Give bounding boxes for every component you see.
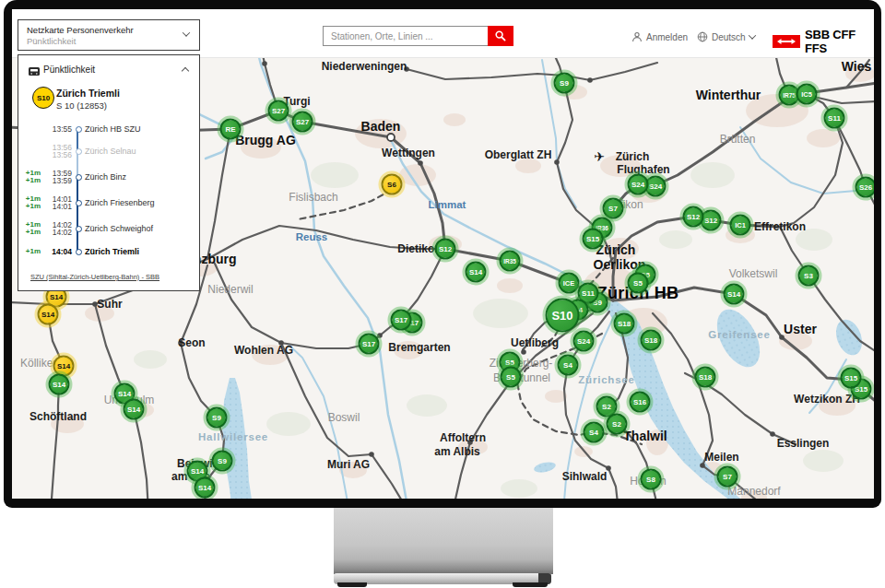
chevron-down-icon xyxy=(748,31,755,39)
train-badge-s18[interactable]: S18 xyxy=(641,330,662,351)
train-badge-s15[interactable]: S15 xyxy=(841,368,862,389)
train-badge-s10[interactable]: S10 xyxy=(546,299,580,333)
layer-dropdown-subtitle: Pünktlichkeit xyxy=(27,36,76,46)
train-badge-re[interactable]: RE xyxy=(220,119,242,140)
stop-delay: +1m+1m xyxy=(20,221,41,237)
screen: NiederweningenTurgiBrugg AGBadenWettinge… xyxy=(12,9,874,499)
desktop-mockup: NiederweningenTurgiBrugg AGBadenWettinge… xyxy=(0,0,885,588)
train-badge-s18[interactable]: S18 xyxy=(614,313,635,335)
stop-time: 14:04 xyxy=(43,248,72,256)
sbb-logo[interactable]: SBB CFF FFS xyxy=(773,28,874,55)
train-badge-s9[interactable]: S9 xyxy=(212,451,233,472)
map-label: Brütten xyxy=(720,133,756,146)
train-badge-s17[interactable]: S17 xyxy=(391,310,412,331)
train-badge-s14[interactable]: S14 xyxy=(466,262,487,283)
train-badge-ice[interactable]: ICE xyxy=(559,273,580,294)
train-badge-s4[interactable]: S4 xyxy=(584,422,605,443)
train-badge-s11[interactable]: S11 xyxy=(824,108,845,129)
stop-time: 13:5913:59 xyxy=(43,170,72,185)
airport-icon: ✈ xyxy=(594,149,605,164)
train-badge-s5[interactable]: S5 xyxy=(501,367,522,388)
sbb-logo-text: SBB CFF FFS xyxy=(805,28,874,55)
login-button[interactable]: Anmelden xyxy=(631,31,688,42)
language-label: Deutsch xyxy=(712,32,746,42)
map-label: Schöftland xyxy=(30,410,87,423)
user-icon xyxy=(631,31,643,42)
stop-name: Zürich Schweighof xyxy=(85,224,153,233)
train-badge-s14[interactable]: S14 xyxy=(195,477,216,499)
train-badge-s9[interactable]: S9 xyxy=(206,407,228,429)
map-label: Sihlwald xyxy=(562,470,608,483)
train-badge-s14[interactable]: S14 xyxy=(724,284,745,305)
layer-dropdown[interactable]: Netzkarte Personenverkehr Pünktlichkeit xyxy=(18,19,200,51)
train-badge-s14[interactable]: S14 xyxy=(49,374,70,395)
train-badge-s27[interactable]: S27 xyxy=(268,100,289,122)
train-badge-s6[interactable]: S6 xyxy=(382,174,403,195)
timeline-segment xyxy=(77,151,78,177)
map-label: Winterthur xyxy=(696,88,761,102)
language-selector[interactable]: Deutsch xyxy=(697,31,755,42)
stop-node xyxy=(76,174,82,181)
stop-node xyxy=(76,200,82,206)
map-label: Thalwil xyxy=(623,429,667,443)
map-label: Volketswil xyxy=(729,267,778,280)
map-label: Suhr xyxy=(97,298,122,311)
map-label: Baden xyxy=(361,119,401,134)
train-badge-s15[interactable]: S15 xyxy=(583,229,604,250)
stop-delay: +1m+1m xyxy=(20,170,41,185)
train-badge-s18[interactable]: S18 xyxy=(695,367,716,388)
map-label: Wies xyxy=(842,59,872,74)
monitor-foot xyxy=(337,582,367,587)
map-label: Niederweningen xyxy=(322,60,407,73)
stop-node xyxy=(76,226,82,232)
login-label: Anmelden xyxy=(646,32,688,42)
lake-tuerlersee xyxy=(533,461,557,475)
stop-node xyxy=(76,148,82,155)
search-input[interactable] xyxy=(323,26,488,46)
train-badge-s12[interactable]: S12 xyxy=(435,239,456,260)
stop-node xyxy=(76,126,82,133)
stop-time: 14:0214:02 xyxy=(43,221,72,237)
train-badge-s16[interactable]: S16 xyxy=(630,392,651,413)
map-label: Wetzikon ZH xyxy=(794,393,860,406)
train-badge-s5[interactable]: S5 xyxy=(628,273,649,294)
train-badge-s14[interactable]: S14 xyxy=(124,399,145,420)
train-badge-ic5[interactable]: IC5 xyxy=(796,84,818,105)
train-badge-ic1[interactable]: IC1 xyxy=(730,215,751,236)
map-label: Oberglatt ZH xyxy=(485,148,552,161)
stop-name: Zürich Triemli xyxy=(85,247,139,256)
map-label: Uster xyxy=(784,322,817,336)
stop-time: 14:0114:01 xyxy=(43,195,72,211)
train-badge-s7[interactable]: S7 xyxy=(603,198,624,219)
train-badge-s7[interactable]: S7 xyxy=(717,466,738,488)
train-badge-s8[interactable]: S8 xyxy=(641,469,662,490)
map-label: Esslingen xyxy=(777,437,830,450)
map-label: Reuss xyxy=(296,231,328,242)
train-badge-ir35[interactable]: IR35 xyxy=(500,251,521,272)
train-badge-s24[interactable]: S24 xyxy=(573,331,595,352)
train-badge-s17[interactable]: S17 xyxy=(359,334,380,355)
search-button[interactable] xyxy=(488,26,513,46)
map-label: am Albis xyxy=(434,445,480,458)
monitor-stand xyxy=(334,508,553,574)
map-label: Männedorf xyxy=(727,485,780,498)
train-badge-s2[interactable]: S2 xyxy=(607,414,628,435)
train-badge-s4[interactable]: S4 xyxy=(558,355,579,376)
train-badge-s3[interactable]: S3 xyxy=(798,265,820,287)
train-badge-s9[interactable]: S9 xyxy=(554,73,575,94)
map-label: Wohlen AG xyxy=(234,344,293,357)
train-badge-s26[interactable]: S26 xyxy=(856,177,875,198)
train-badge-s24[interactable]: S24 xyxy=(628,174,649,195)
map-label: Boswil xyxy=(328,411,360,424)
train-badge-s14[interactable]: S14 xyxy=(38,304,59,325)
stop-node xyxy=(76,249,82,255)
map-label: Greifensee xyxy=(708,329,770,340)
stop-delay: +1m+1m xyxy=(20,195,41,211)
map-label: Seon xyxy=(178,336,205,349)
map-label: Hallwilersee xyxy=(198,431,268,442)
train-badge-s27[interactable]: S27 xyxy=(292,112,313,133)
operator-link[interactable]: SZU (Sihltal-Zürich-Uetliberg-Bahn) - SB… xyxy=(30,273,159,281)
map-label: Fislisbach xyxy=(289,191,337,204)
train-badge-s12[interactable]: S12 xyxy=(683,206,704,228)
stop-time: 13:5613:56 xyxy=(43,144,72,159)
